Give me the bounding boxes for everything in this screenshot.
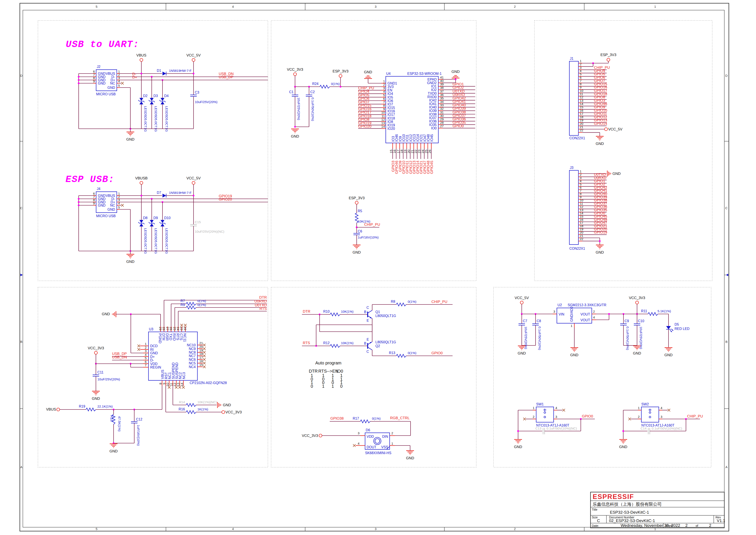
pin-name: VBUS xyxy=(161,370,164,379)
pin-name: NC7 xyxy=(189,354,196,358)
connector-body xyxy=(569,61,579,135)
pin-number: 1 xyxy=(145,342,147,346)
pin-number: 37 xyxy=(440,90,444,93)
zone-letter: C xyxy=(20,206,23,210)
connector-ref: J4 xyxy=(97,187,100,191)
zone-letter: D xyxy=(20,74,23,77)
text-label: GND xyxy=(664,353,673,357)
pin-name: IO4 xyxy=(388,92,393,96)
text-label: 2 xyxy=(685,523,688,528)
text-label: R18 xyxy=(110,415,114,422)
pin-number: 8 xyxy=(383,104,385,107)
pin-number: 3 xyxy=(383,86,385,90)
tvs-diode-icon xyxy=(139,98,143,101)
pin-number: 22 xyxy=(580,237,583,241)
pin-number: 3 xyxy=(661,415,662,419)
doc-rev: V1.1 xyxy=(717,519,725,523)
text-label: GND xyxy=(596,142,604,146)
text-label: C15 xyxy=(195,220,201,224)
table-cell: 1 xyxy=(322,384,324,389)
pin-name: IO17 xyxy=(388,113,395,116)
power-flag-icon xyxy=(192,58,195,62)
text-label: C8 xyxy=(537,319,541,323)
text-label: C xyxy=(366,350,369,353)
text-label: GPIO38 xyxy=(330,416,343,420)
pin-number: 1 xyxy=(638,406,640,410)
pin-name: IO11 xyxy=(405,134,409,142)
text-label: C7 xyxy=(523,319,527,323)
junction-dot xyxy=(78,82,80,84)
tvs-diode-icon xyxy=(139,223,143,226)
pin-name: IO15 xyxy=(388,106,395,110)
pin-name: IO37 xyxy=(429,116,437,120)
tvs-diode-icon xyxy=(154,223,155,224)
text-label: VOUT xyxy=(580,318,590,322)
text-label: GPIO14 xyxy=(594,122,607,126)
pin-number: 1 xyxy=(533,406,534,410)
pin-name: IO45 xyxy=(430,134,434,142)
junction-dot xyxy=(78,79,80,81)
pin-number: 4 xyxy=(358,442,360,445)
text-label: DTR xyxy=(303,309,310,314)
text-label: 10K(1%) xyxy=(341,341,353,345)
pin-number: 4 xyxy=(145,353,147,356)
text-label: RTS-->EN xyxy=(318,369,338,374)
pin-name: PGND xyxy=(158,333,162,343)
tvs-diode-icon xyxy=(161,220,164,223)
pin-number: 29 xyxy=(440,117,444,121)
part-label: L8050QLT1G xyxy=(375,340,396,344)
pin-name: NC2 xyxy=(178,372,182,379)
pin-number: 31 xyxy=(440,110,444,114)
text-label: R12 xyxy=(323,341,330,345)
power-label: VCC_5V xyxy=(608,127,623,131)
text-label: E xyxy=(366,319,369,323)
pin-name: D+ xyxy=(150,355,155,359)
text-label: 1uF/16V(10%) xyxy=(137,425,140,446)
text-label: DIN xyxy=(382,435,388,438)
pin-name: GND xyxy=(107,86,115,90)
text-label: 1uF/16V(10%) xyxy=(358,236,379,239)
power-flag-icon xyxy=(293,73,297,76)
text-label: GND xyxy=(570,353,579,357)
pin-number: 28 xyxy=(440,121,444,125)
power-label: VCC_5V xyxy=(515,296,529,300)
pin-name: RI xyxy=(150,348,154,352)
text-label: GND xyxy=(126,260,134,264)
text-label: 47.5K(1%) xyxy=(118,416,121,432)
junction-dot xyxy=(599,240,601,242)
text-label: 0(1%) xyxy=(331,82,339,86)
pin-name: IO13 xyxy=(413,134,416,142)
text-label: 0(1%) xyxy=(198,303,206,307)
pin-number: 28 xyxy=(162,327,166,330)
pin-number: 29 xyxy=(159,327,162,330)
pin-name: NC5 xyxy=(189,361,196,365)
tvs-diode-icon xyxy=(150,98,154,101)
junction-dot xyxy=(193,73,194,74)
text-label: CHIP_PU xyxy=(431,300,447,304)
pin-name: NC11 xyxy=(183,333,187,342)
text-label: Q1 xyxy=(375,310,380,314)
pin-name: IO21 xyxy=(419,134,423,142)
pin-name: IO38 xyxy=(429,113,437,116)
text-label: GPIO45 xyxy=(430,161,434,174)
pin-name: 3V3 xyxy=(388,85,394,89)
zone-number: 2 xyxy=(514,5,516,9)
pin-name: SUSPEND xyxy=(175,362,179,379)
text-label: VOUT xyxy=(580,312,590,316)
tvs-diode-icon xyxy=(159,100,160,101)
pin-number: 10 xyxy=(381,111,385,114)
text-label: GND xyxy=(619,445,627,449)
text-label: D9 xyxy=(153,216,158,220)
zone-letter: C xyxy=(725,206,728,210)
pin-number: 30 xyxy=(440,114,444,118)
text-label: B xyxy=(364,342,366,345)
tvs-diode-icon xyxy=(165,101,166,102)
text-label: Q2 xyxy=(375,344,380,348)
text-label: GPIO20 xyxy=(358,125,371,128)
text-label: 0(1%) xyxy=(372,417,381,420)
pin-number: 3 xyxy=(555,415,557,419)
text-label: GND xyxy=(364,70,372,74)
pin-number: 13 xyxy=(176,383,180,386)
pin-name: EPAD xyxy=(428,78,437,81)
text-label: C3 xyxy=(195,91,199,94)
